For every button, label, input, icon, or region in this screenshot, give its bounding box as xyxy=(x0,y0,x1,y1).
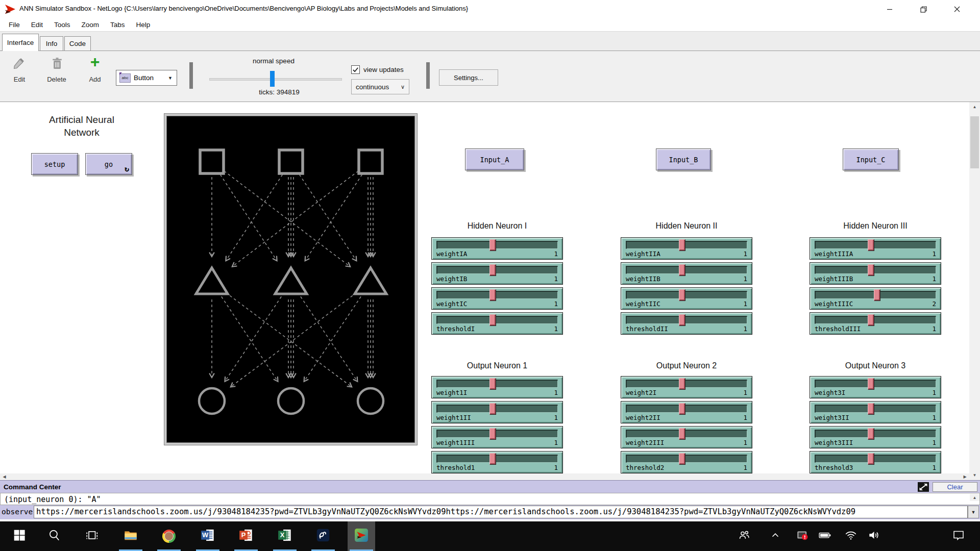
slider-weight3III[interactable]: weight3III1 xyxy=(810,426,941,448)
taskbar-start[interactable] xyxy=(7,521,32,551)
tab-code[interactable]: Code xyxy=(64,36,91,51)
slider-handle[interactable] xyxy=(489,314,496,326)
slider-weightIIIB[interactable]: weightIIIB1 xyxy=(810,262,941,285)
tray-battery[interactable] xyxy=(816,521,834,551)
slider-handle[interactable] xyxy=(679,378,685,390)
setup-button[interactable]: setup xyxy=(31,153,78,175)
command-center-header[interactable]: Command Center Clear xyxy=(0,480,980,493)
tray-action-center[interactable] xyxy=(949,521,968,551)
view-updates-checkbox[interactable] xyxy=(351,65,360,74)
vertical-scrollbar[interactable]: ▲ ▼ xyxy=(969,102,980,480)
tray-people[interactable] xyxy=(736,521,753,551)
tray-volume[interactable] xyxy=(865,521,883,551)
command-input[interactable]: https://mercerislandschools.zoom.us/j/93… xyxy=(34,506,968,518)
slider-handle[interactable] xyxy=(489,264,496,276)
slider-weightIC[interactable]: weightIC1 xyxy=(431,287,563,310)
slider-handle[interactable] xyxy=(489,239,496,251)
slider-thresholdI[interactable]: thresholdI1 xyxy=(431,312,563,335)
restore-button[interactable] xyxy=(912,0,935,18)
input-c-button[interactable]: Input_C xyxy=(843,148,899,170)
slider-weight2II[interactable]: weight2II1 xyxy=(621,401,752,423)
slider-handle[interactable] xyxy=(868,428,874,440)
edit-tool-button[interactable] xyxy=(11,56,28,71)
slider-handle[interactable] xyxy=(868,264,874,276)
clear-button[interactable]: Clear xyxy=(933,482,977,492)
menu-zoom[interactable]: Zoom xyxy=(76,21,105,29)
slider-thresholdII[interactable]: thresholdII1 xyxy=(621,312,752,335)
taskbar-netlogo[interactable] xyxy=(348,521,375,551)
slider-handle[interactable] xyxy=(868,239,874,251)
slider-handle[interactable] xyxy=(489,289,496,301)
slider-weight3I[interactable]: weight3I1 xyxy=(810,376,941,398)
tab-interface[interactable]: Interface xyxy=(2,34,39,51)
widget-type-dropdown[interactable]: abc Button ▼ xyxy=(116,70,177,86)
taskbar-excel[interactable]: X xyxy=(272,521,298,551)
slider-handle[interactable] xyxy=(489,378,496,390)
slider-weightIIA[interactable]: weightIIA1 xyxy=(621,237,752,260)
slider-weightIB[interactable]: weightIB1 xyxy=(431,262,563,285)
tray-wifi[interactable] xyxy=(842,521,860,551)
menu-file[interactable]: File xyxy=(3,21,26,29)
tray-display-alert[interactable] xyxy=(794,521,811,551)
slider-handle[interactable] xyxy=(679,453,685,465)
slider-weight1II[interactable]: weight1II1 xyxy=(431,401,563,423)
taskbar-acrobat[interactable] xyxy=(310,521,336,551)
slider-thresholdIII[interactable]: thresholdIII1 xyxy=(810,312,941,335)
menu-tools[interactable]: Tools xyxy=(48,21,76,29)
taskbar-word[interactable]: W xyxy=(195,521,220,551)
slider-handle[interactable] xyxy=(489,453,496,465)
taskbar-chrome[interactable] xyxy=(156,521,182,551)
horizontal-scrollbar[interactable]: ◀ ▶ xyxy=(0,473,969,480)
slider-weight2III[interactable]: weight2III1 xyxy=(621,426,752,448)
slider-weightIIIC[interactable]: weightIIIC2 xyxy=(810,287,941,310)
slider-weight2I[interactable]: weight2I1 xyxy=(621,376,752,398)
slider-weightIIB[interactable]: weightIIB1 xyxy=(621,262,752,285)
add-widget-button[interactable]: + xyxy=(87,53,103,70)
menu-help[interactable]: Help xyxy=(131,21,156,29)
scroll-left-icon[interactable]: ◀ xyxy=(0,473,9,480)
slider-weight1I[interactable]: weight1I1 xyxy=(431,376,563,398)
delete-tool-button[interactable] xyxy=(50,56,66,71)
slider-threshold1[interactable]: threshold11 xyxy=(431,451,563,473)
input-a-button[interactable]: Input_A xyxy=(465,148,524,170)
menu-edit[interactable]: Edit xyxy=(26,21,48,29)
taskbar-powerpoint[interactable]: P xyxy=(233,521,259,551)
slider-handle[interactable] xyxy=(868,403,874,415)
scroll-up-icon[interactable]: ▲ xyxy=(969,103,980,111)
tray-chevron-up[interactable] xyxy=(767,521,784,551)
taskbar-task-view[interactable] xyxy=(79,521,105,551)
slider-handle[interactable] xyxy=(489,428,496,440)
input-b-button[interactable]: Input_B xyxy=(656,148,711,170)
slider-threshold2[interactable]: threshold21 xyxy=(621,451,752,473)
slider-handle[interactable] xyxy=(679,403,685,415)
vertical-scrollbar-thumb[interactable] xyxy=(970,116,979,168)
command-history-dropdown[interactable]: ▼ xyxy=(968,506,979,518)
speed-slider-handle[interactable] xyxy=(270,71,275,87)
update-mode-dropdown[interactable]: continuous ∨ xyxy=(351,79,409,94)
close-icon[interactable] xyxy=(945,0,969,18)
scroll-right-icon[interactable]: ▶ xyxy=(961,473,969,480)
speed-slider-track[interactable] xyxy=(209,78,342,81)
slider-handle[interactable] xyxy=(874,289,880,301)
minimize-button[interactable] xyxy=(878,0,901,18)
slider-handle[interactable] xyxy=(868,314,874,326)
slider-weightIIIA[interactable]: weightIIIA1 xyxy=(810,237,941,260)
slider-threshold3[interactable]: threshold31 xyxy=(810,451,941,473)
command-center-expand-button[interactable] xyxy=(918,482,929,492)
slider-weight3II[interactable]: weight3II1 xyxy=(810,401,941,423)
output-scroll-up-icon[interactable]: ▲ xyxy=(970,494,979,501)
tab-info[interactable]: Info xyxy=(40,36,63,51)
slider-weightIA[interactable]: weightIA1 xyxy=(431,237,563,260)
slider-handle[interactable] xyxy=(679,428,685,440)
slider-weight1III[interactable]: weight1III1 xyxy=(431,426,563,448)
slider-weightIIC[interactable]: weightIIC1 xyxy=(621,287,752,310)
slider-handle[interactable] xyxy=(868,378,874,390)
settings-button[interactable]: Settings... xyxy=(439,69,498,86)
world-view[interactable] xyxy=(166,116,415,443)
slider-handle[interactable] xyxy=(489,403,496,415)
slider-handle[interactable] xyxy=(679,289,685,301)
slider-handle[interactable] xyxy=(868,453,874,465)
slider-handle[interactable] xyxy=(679,264,685,276)
taskbar-file-explorer[interactable] xyxy=(118,521,143,551)
go-button[interactable]: go ↻ xyxy=(85,153,132,175)
